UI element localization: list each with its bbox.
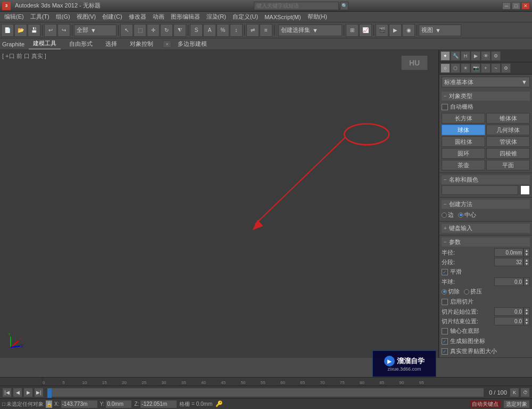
- spinner-snap[interactable]: ↕: [230, 24, 243, 37]
- rp-tab-create[interactable]: ✦: [440, 51, 450, 61]
- close-button[interactable]: ✕: [521, 2, 530, 10]
- menu-create[interactable]: 创建(C): [99, 12, 125, 22]
- menu-tools[interactable]: 工具(T): [27, 12, 53, 22]
- x-input[interactable]: [61, 400, 98, 408]
- time-config-button[interactable]: ⏱: [520, 388, 530, 397]
- tab-freeform[interactable]: 自由形式: [65, 39, 97, 49]
- obj-btn-tube[interactable]: 管状体: [486, 136, 530, 147]
- radio-cut[interactable]: 切除: [442, 288, 460, 296]
- menu-view[interactable]: 视图(V): [73, 12, 99, 22]
- prev-frame-button[interactable]: ◀: [13, 388, 22, 397]
- timeline-track[interactable]: [47, 388, 484, 397]
- radius-spin-up[interactable]: ▲: [524, 249, 529, 252]
- render-scene[interactable]: 🎬: [376, 24, 388, 37]
- obj-btn-geosphere[interactable]: 几何球体: [486, 125, 530, 135]
- maximize-button[interactable]: □: [512, 2, 520, 10]
- cut-to-spin-down[interactable]: ▼: [524, 321, 529, 325]
- select-filter-dropdown[interactable]: 全部 ▼: [74, 24, 117, 36]
- tab-select[interactable]: 选择: [101, 39, 121, 49]
- auto-key-button[interactable]: 自动关键点: [469, 400, 501, 408]
- keyboard-input-header[interactable]: + 键盘输入: [442, 224, 530, 233]
- obj-btn-plane[interactable]: 平面: [486, 160, 530, 170]
- menu-maxscript[interactable]: MAXScript(M): [261, 13, 304, 21]
- obj-btn-sphere[interactable]: 球体: [442, 125, 485, 135]
- redo-button[interactable]: ↪: [57, 24, 70, 37]
- radius-input[interactable]: [494, 248, 523, 257]
- radio-edge[interactable]: 边: [442, 211, 454, 219]
- auto-grid-checkbox[interactable]: [442, 104, 448, 110]
- save-button[interactable]: 💾: [28, 24, 40, 37]
- close-graphite-tab[interactable]: ×: [163, 40, 171, 48]
- params-header[interactable]: − 参数: [442, 238, 530, 247]
- menu-graph-editor[interactable]: 图形编辑器: [168, 12, 203, 22]
- segments-spinner[interactable]: ▲ ▼: [523, 258, 530, 266]
- z-input[interactable]: [140, 400, 177, 408]
- hemisphere-spinner[interactable]: ▲ ▼: [523, 277, 530, 286]
- rp-tab-display[interactable]: 👁: [481, 51, 491, 61]
- obj-btn-teapot[interactable]: 茶壶: [442, 160, 485, 170]
- snap-dropdown[interactable]: 创建选择集 ▼: [278, 24, 342, 36]
- color-swatch[interactable]: [520, 185, 530, 195]
- y-input[interactable]: [105, 400, 132, 408]
- cut-to-spin-up[interactable]: ▲: [524, 317, 529, 321]
- cut-from-input[interactable]: [494, 307, 523, 316]
- rp-tab-hierarchy[interactable]: H: [461, 51, 470, 61]
- obj-btn-cone[interactable]: 锥体体: [486, 113, 530, 124]
- percent-snap[interactable]: %: [217, 24, 229, 37]
- tab-modeling-tools[interactable]: 建模工具: [29, 38, 61, 50]
- search-icon[interactable]: 🔍: [340, 2, 348, 10]
- select-button[interactable]: ↖: [120, 24, 133, 37]
- search-input[interactable]: [254, 2, 339, 10]
- angle-snap[interactable]: A: [203, 24, 216, 37]
- snap-toggle[interactable]: S: [190, 24, 203, 37]
- rp-subtab-spacewarps[interactable]: ~: [491, 63, 501, 73]
- creation-method-header[interactable]: − 创建方法: [442, 200, 530, 209]
- enable-cut-checkbox[interactable]: [442, 299, 448, 305]
- viewport[interactable]: [ +口 前 口 真实 ] HU X Y Z: [0, 50, 439, 358]
- segments-spin-up[interactable]: ▲: [524, 258, 529, 262]
- menu-group[interactable]: 组(G): [53, 12, 73, 22]
- name-color-header[interactable]: − 名称和颜色: [442, 175, 530, 184]
- rp-subtab-helpers[interactable]: +: [481, 63, 491, 73]
- rotate-button[interactable]: ↻: [160, 24, 173, 37]
- hemisphere-spin-up[interactable]: ▲: [524, 278, 529, 282]
- active-shade[interactable]: ◉: [402, 24, 415, 37]
- select-region-button[interactable]: ⬚: [134, 24, 146, 37]
- timeline-slider[interactable]: [47, 388, 52, 398]
- select-filter-btn[interactable]: 选定对象: [503, 400, 530, 408]
- gen-uv-checkbox[interactable]: [442, 338, 448, 345]
- cut-from-spin-down[interactable]: ▼: [524, 312, 529, 315]
- radio-squash[interactable]: 挤压: [464, 288, 482, 296]
- menu-edit[interactable]: 编辑(E): [1, 12, 27, 22]
- object-type-dropdown[interactable]: 标准基本体 ▼: [442, 77, 530, 87]
- view-dropdown[interactable]: 视图 ▼: [419, 24, 461, 36]
- curve-editor[interactable]: 📈: [359, 24, 372, 37]
- menu-help[interactable]: 帮助(H): [304, 12, 330, 22]
- cut-from-spinner[interactable]: ▲ ▼: [523, 307, 530, 316]
- cut-from-spin-up[interactable]: ▲: [524, 308, 529, 312]
- mirror-button[interactable]: ⇌: [246, 24, 259, 37]
- hemisphere-input[interactable]: [494, 277, 523, 286]
- obj-btn-pyramid[interactable]: 四棱锥: [486, 148, 530, 159]
- cut-to-spinner[interactable]: ▲ ▼: [523, 317, 530, 325]
- tab-object-control[interactable]: 对象控制: [126, 39, 157, 49]
- smooth-checkbox[interactable]: [442, 269, 448, 275]
- real-world-checkbox[interactable]: [442, 348, 448, 355]
- rp-tab-utility[interactable]: ⚙: [491, 51, 501, 61]
- radio-center[interactable]: 中心: [458, 211, 476, 219]
- obj-btn-torus[interactable]: 圆环: [442, 148, 485, 159]
- radius-spinner[interactable]: ▲ ▼: [523, 248, 530, 257]
- next-frame-button[interactable]: ▶|: [34, 388, 44, 397]
- play-back-button[interactable]: |◀: [2, 388, 12, 397]
- menu-modifiers[interactable]: 修改器: [126, 12, 149, 22]
- rp-subtab-shapes[interactable]: ⬡: [451, 63, 460, 73]
- object-name-input[interactable]: [442, 185, 518, 195]
- new-button[interactable]: 📄: [1, 24, 14, 37]
- obj-btn-cylinder[interactable]: 圆柱体: [442, 136, 485, 147]
- menu-animation[interactable]: 动画: [149, 12, 168, 22]
- menu-customize[interactable]: 自定义(U): [229, 12, 261, 22]
- radius-spin-down[interactable]: ▼: [524, 252, 529, 256]
- rp-subtab-cameras[interactable]: 📷: [471, 63, 480, 73]
- menu-render[interactable]: 渲染(R): [203, 12, 229, 22]
- minimize-button[interactable]: ─: [502, 2, 511, 10]
